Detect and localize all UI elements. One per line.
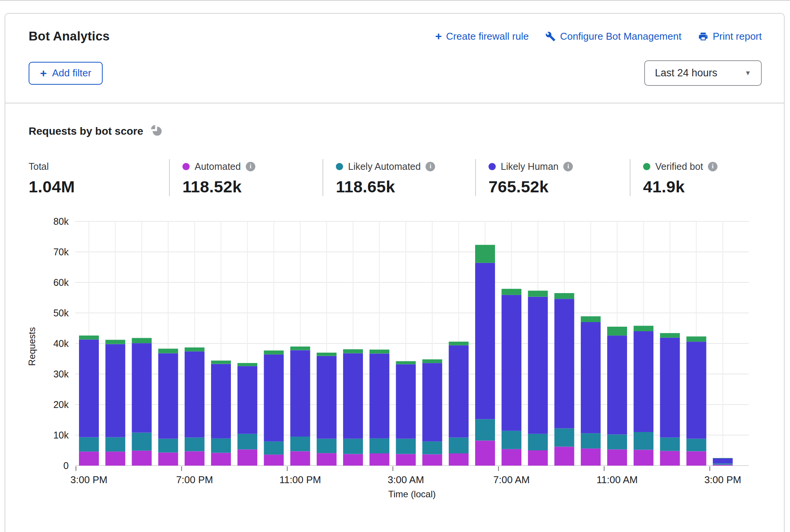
x-axis-title: Time (local) bbox=[388, 489, 435, 499]
add-filter-button[interactable]: + Add filter bbox=[29, 62, 103, 85]
bar-segment bbox=[264, 455, 284, 466]
configure-bot-management-link[interactable]: Configure Bot Management bbox=[545, 31, 681, 42]
card-header: Bot Analytics + Create firewall rule Con… bbox=[5, 14, 784, 103]
bar-segment bbox=[555, 293, 574, 299]
bar-segment bbox=[422, 442, 442, 455]
bar-group bbox=[660, 333, 680, 466]
bar-segment bbox=[185, 437, 205, 451]
bar-group bbox=[369, 350, 389, 466]
bar-segment bbox=[317, 353, 337, 356]
print-report-label: Print report bbox=[713, 31, 762, 42]
bar-segment bbox=[713, 463, 733, 464]
bar-group bbox=[634, 326, 653, 466]
bar-group bbox=[422, 360, 442, 466]
stat-likely-automated-value: 118.65k bbox=[336, 177, 475, 196]
bar-segment bbox=[158, 349, 178, 353]
bar-segment bbox=[581, 448, 601, 466]
svg-text:30k: 30k bbox=[53, 369, 69, 379]
bar-segment bbox=[158, 439, 178, 453]
bar-segment bbox=[687, 342, 706, 438]
bar-segment bbox=[422, 454, 442, 466]
bar-segment bbox=[449, 342, 469, 345]
svg-text:20k: 20k bbox=[53, 399, 69, 410]
time-range-select[interactable]: Last 24 hours ▼ bbox=[644, 60, 762, 86]
bar-group bbox=[475, 245, 495, 466]
stat-verified-bot-label: Verified bot bbox=[655, 161, 703, 172]
bar-group bbox=[528, 291, 548, 466]
bar-segment bbox=[634, 432, 653, 450]
stat-verified-bot-value: 41.9k bbox=[643, 177, 717, 196]
bar-segment bbox=[79, 335, 99, 339]
bar-group bbox=[343, 349, 363, 466]
pie-chart-icon bbox=[150, 124, 163, 139]
bar-segment bbox=[687, 451, 706, 466]
bar-group bbox=[290, 347, 310, 466]
bar-segment bbox=[422, 363, 442, 442]
bar-segment bbox=[528, 450, 548, 466]
plus-icon: + bbox=[40, 68, 47, 79]
bar-group bbox=[581, 316, 601, 466]
bar-segment bbox=[290, 451, 310, 466]
bar-segment bbox=[237, 363, 257, 366]
bar-segment bbox=[132, 343, 152, 432]
bar-segment bbox=[501, 431, 521, 449]
create-firewall-rule-link[interactable]: + Create firewall rule bbox=[435, 31, 529, 42]
bar-segment bbox=[581, 433, 601, 448]
bar-segment bbox=[713, 458, 733, 458]
bar-segment bbox=[634, 450, 653, 466]
bar-segment bbox=[449, 453, 469, 466]
stat-likely-automated-label: Likely Automated bbox=[348, 161, 421, 172]
chevron-down-icon: ▼ bbox=[745, 69, 751, 77]
bar-segment bbox=[79, 437, 99, 452]
print-report-link[interactable]: Print report bbox=[698, 31, 762, 42]
svg-text:80k: 80k bbox=[53, 216, 69, 227]
bar-segment bbox=[317, 356, 337, 439]
bar-group bbox=[396, 361, 416, 466]
bar-segment bbox=[369, 350, 389, 353]
verified-bot-dot bbox=[643, 163, 650, 170]
info-icon[interactable]: i bbox=[426, 162, 435, 171]
bar-segment bbox=[713, 458, 733, 464]
requests-by-bot-score-section: Requests by bot score Total 1.04M Automa… bbox=[5, 103, 784, 501]
stat-likely-human-label: Likely Human bbox=[501, 161, 558, 172]
bar-segment bbox=[211, 438, 231, 453]
bar-group bbox=[105, 340, 125, 466]
bar-segment bbox=[634, 331, 653, 432]
bar-segment bbox=[132, 433, 152, 451]
bar-segment bbox=[158, 453, 178, 466]
bar-group bbox=[317, 353, 337, 466]
likely-automated-dot bbox=[336, 163, 343, 170]
info-icon[interactable]: i bbox=[708, 162, 717, 171]
info-icon[interactable]: i bbox=[246, 162, 255, 171]
stat-likely-human-value: 765.52k bbox=[489, 177, 630, 196]
bar-segment bbox=[369, 453, 389, 466]
bar-segment bbox=[634, 326, 653, 331]
svg-text:70k: 70k bbox=[53, 247, 69, 257]
bar-segment bbox=[475, 245, 495, 263]
bar-segment bbox=[607, 327, 627, 335]
bar-segment bbox=[581, 316, 601, 322]
bar-segment bbox=[581, 322, 601, 433]
summary-stats: Total 1.04M Automated i 118.52k Likely A… bbox=[29, 159, 761, 196]
bar-segment bbox=[555, 299, 574, 428]
page-top-divider bbox=[0, 0, 790, 1]
bar-segment bbox=[501, 289, 521, 295]
bar-segment bbox=[317, 453, 337, 466]
bar-group bbox=[449, 342, 469, 466]
chart-area: 010k20k30k40k50k60k70k80k3:00 PM7:00 PM1… bbox=[24, 209, 761, 501]
bar-segment bbox=[290, 347, 310, 350]
bar-group bbox=[132, 338, 152, 466]
bar-segment bbox=[343, 454, 363, 466]
bar-group bbox=[158, 349, 178, 466]
x-axis-labels: 3:00 PM7:00 PM11:00 PM3:00 AM7:00 AM11:0… bbox=[71, 466, 742, 485]
bar-segment bbox=[264, 442, 284, 455]
svg-text:60k: 60k bbox=[53, 277, 69, 288]
info-icon[interactable]: i bbox=[563, 162, 573, 171]
stat-likely-automated: Likely Automated i 118.65k bbox=[322, 159, 475, 196]
bar-segment bbox=[343, 349, 363, 353]
bar-segment bbox=[158, 353, 178, 439]
bar-segment bbox=[79, 451, 99, 466]
bar-segment bbox=[396, 361, 416, 364]
bar-segment bbox=[264, 350, 284, 354]
svg-text:11:00 PM: 11:00 PM bbox=[279, 474, 321, 485]
